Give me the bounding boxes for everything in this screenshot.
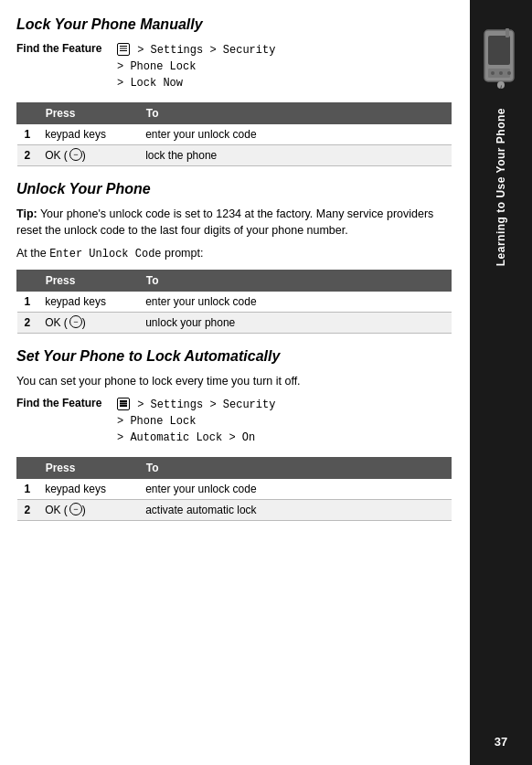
row1-press: keypad keys — [37, 291, 138, 312]
right-sidebar: i Learning to Use Your Phone 37 — [470, 0, 532, 765]
svg-point-4 — [491, 71, 495, 75]
page-number: 37 — [470, 735, 532, 749]
section1-th-to: To — [138, 103, 451, 124]
section2-title: Unlock Your Phone — [16, 181, 452, 197]
row2-press: OK () — [37, 500, 138, 521]
section-unlock: Unlock Your Phone Tip: Your phone's unlo… — [16, 181, 452, 334]
section2-col-num — [17, 270, 38, 291]
ok-circle — [69, 148, 82, 161]
row1-press: keypad keys — [37, 479, 138, 500]
section2-table: Press To 1 keypad keys enter your unlock… — [16, 270, 452, 334]
row2-num: 2 — [17, 312, 38, 333]
section1-find-feature-path: > Settings > Security > Phone Lock > Loc… — [117, 42, 275, 91]
section2-th-press: Press — [37, 270, 138, 291]
svg-rect-2 — [505, 28, 509, 37]
phone-illustration: i — [480, 28, 522, 90]
ok-circle-2 — [69, 315, 82, 328]
row1-num: 1 — [17, 479, 38, 500]
ok-key: OK () — [45, 149, 86, 162]
section-auto-lock: Set Your Phone to Lock Automatically You… — [16, 348, 452, 522]
section3-body: You can set your phone to lock every tim… — [16, 374, 452, 390]
row2-to: lock the phone — [138, 145, 451, 166]
menu-icon-1 — [117, 43, 130, 56]
section3-find-feature: Find the Feature > Settings > Security >… — [16, 397, 452, 446]
section3-table: Press To 1 keypad keys enter your unlock… — [16, 457, 452, 521]
section2-tip: Tip: Your phone's unlock code is set to … — [16, 207, 452, 239]
row1-to: enter your unlock code — [138, 124, 451, 145]
row1-to: enter your unlock code — [138, 479, 451, 500]
tip-label: Tip: — [16, 207, 37, 220]
section1-col-press — [17, 103, 38, 124]
ok-circle-3 — [69, 503, 82, 515]
section1-table: Press To 1 keypad keys enter your unlock… — [16, 102, 452, 166]
section3-th-to: To — [138, 458, 451, 479]
section3-th-press: Press — [37, 458, 138, 479]
section1-find-feature-label: Find the Feature — [16, 42, 117, 55]
ok-key-3: OK () — [45, 504, 86, 516]
section3-find-feature-label: Find the Feature — [16, 397, 117, 409]
row2-num: 2 — [17, 500, 38, 521]
section2-prompt: At the Enter Unlock Code prompt: — [16, 246, 452, 262]
row1-num: 1 — [17, 124, 38, 145]
svg-rect-1 — [488, 36, 510, 65]
ok-key-2: OK () — [45, 316, 86, 329]
table-row: 2 OK () activate automatic lock — [17, 500, 452, 521]
section3-find-feature-path: > Settings > Security > Phone Lock > Aut… — [117, 397, 275, 446]
section1-title: Lock Your Phone Manually — [16, 16, 452, 33]
row1-num: 1 — [17, 291, 38, 312]
phone-icon-container: i — [477, 27, 525, 91]
table-row: 1 keypad keys enter your unlock code — [17, 291, 452, 312]
page-container: Lock Your Phone Manually Find the Featur… — [0, 0, 532, 765]
table-row: 1 keypad keys enter your unlock code — [17, 124, 452, 145]
menu-icon-3 — [117, 398, 130, 410]
sidebar-label: Learning to Use Your Phone — [495, 108, 507, 266]
table-row: 2 OK () lock the phone — [17, 145, 452, 166]
row1-to: enter your unlock code — [138, 291, 451, 312]
row2-num: 2 — [17, 145, 38, 166]
row2-press: OK () — [37, 312, 138, 333]
section3-col-num — [17, 458, 38, 479]
table-row: 2 OK () unlock your phone — [17, 312, 452, 333]
section2-th-to: To — [138, 270, 451, 291]
prompt-code: Enter Unlock Code — [49, 248, 161, 260]
svg-point-5 — [499, 71, 503, 75]
section3-title: Set Your Phone to Lock Automatically — [16, 348, 452, 365]
row2-to: unlock your phone — [138, 312, 451, 333]
section-lock-manually: Lock Your Phone Manually Find the Featur… — [16, 16, 452, 166]
table-row: 1 keypad keys enter your unlock code — [17, 479, 452, 500]
main-content: Lock Your Phone Manually Find the Featur… — [0, 0, 470, 765]
section1-th-press: Press — [37, 103, 138, 124]
row2-to: activate automatic lock — [138, 500, 451, 521]
svg-point-6 — [507, 71, 511, 75]
row1-press: keypad keys — [37, 124, 138, 145]
section1-find-feature: Find the Feature > Settings > Security >… — [16, 42, 452, 91]
row2-press: OK () — [37, 145, 138, 166]
